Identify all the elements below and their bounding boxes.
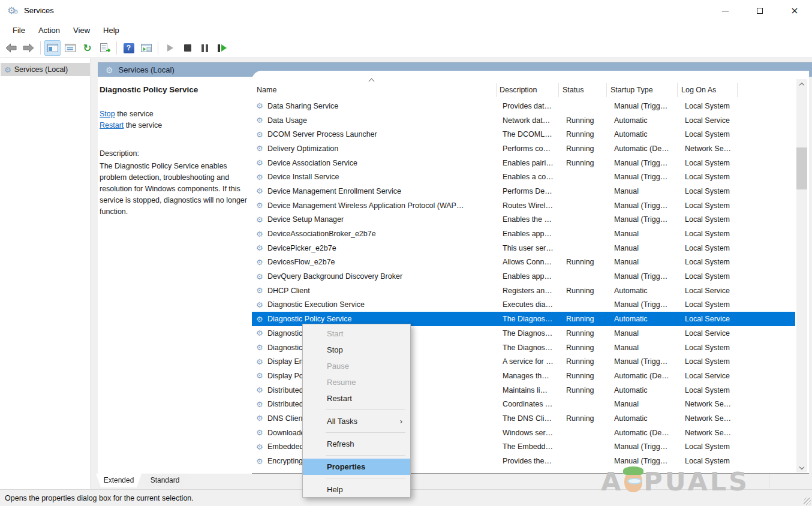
cell-startup: Manual — [610, 187, 681, 195]
chevron-down-icon — [799, 464, 804, 469]
menu-item-start[interactable]: Start — [303, 326, 410, 342]
table-row[interactable]: ⚙Data Sharing ServiceProvides dat…Manual… — [252, 99, 795, 113]
cell-startup: Manual (Trigg… — [610, 173, 681, 181]
menu-item-help[interactable]: Help — [303, 481, 410, 498]
show-console-tree-button[interactable] — [44, 40, 61, 56]
export-list-button[interactable] — [97, 40, 113, 56]
forward-button[interactable] — [20, 40, 37, 56]
cell-desc: The Diagnos… — [500, 344, 563, 352]
tab-standard[interactable]: Standard — [142, 474, 188, 487]
back-button[interactable] — [3, 40, 19, 56]
service-gear-icon: ⚙ — [256, 216, 266, 224]
menu-view[interactable]: View — [67, 23, 97, 37]
table-row[interactable]: ⚙Device Association ServiceEnables pairi… — [252, 156, 795, 170]
maximize-button[interactable] — [742, 0, 777, 22]
stop-icon — [184, 44, 191, 52]
scrollbar-thumb[interactable] — [796, 147, 807, 189]
cell-desc: Enables app… — [500, 230, 563, 238]
restart-service-link[interactable]: Restart — [100, 121, 124, 129]
cell-status: Running — [563, 315, 610, 323]
column-header-status[interactable]: Status — [559, 83, 607, 97]
table-row[interactable]: ⚙Device Management Wireless Application … — [252, 198, 795, 213]
cell-name: Device Association Service — [267, 159, 500, 167]
table-row[interactable]: ⚙Device Install ServiceEnables a co…Manu… — [252, 170, 795, 184]
cell-desc: Network dat… — [500, 116, 563, 125]
table-row[interactable]: ⚙Device Setup ManagerEnables the …Manual… — [252, 213, 795, 227]
vertical-scrollbar[interactable] — [796, 79, 807, 472]
service-gear-icon: ⚙ — [256, 429, 266, 436]
cell-name: DHCP Client — [267, 287, 500, 295]
tree-item-services-local[interactable]: ⚙ Services (Local) — [1, 63, 90, 76]
scroll-down-button[interactable] — [796, 463, 807, 472]
refresh-button[interactable]: ↻ — [79, 40, 95, 56]
pause-service-button[interactable] — [197, 40, 213, 56]
column-header-description[interactable]: Description — [497, 83, 559, 97]
submenu-arrow-icon: › — [400, 413, 402, 429]
help-button[interactable]: ? — [121, 40, 137, 56]
table-row[interactable]: ⚙DHCP ClientRegisters an…RunningAutomati… — [252, 284, 795, 298]
cell-startup: Manual (Trigg… — [610, 357, 681, 366]
cell-logon: Local Service — [681, 315, 747, 323]
menu-item-resume[interactable]: Resume — [303, 374, 410, 390]
column-header-startup-type[interactable]: Startup Type — [607, 83, 678, 97]
menu-item-all-tasks[interactable]: All Tasks› — [303, 413, 410, 429]
properties-button[interactable] — [62, 40, 78, 56]
restart-service-button[interactable] — [214, 40, 230, 56]
cell-name: DevicePicker_e2b7e — [267, 244, 500, 252]
cell-name: Device Management Wireless Application P… — [267, 201, 500, 210]
menu-item-restart[interactable]: Restart — [303, 390, 410, 406]
cell-logon: Local System — [681, 272, 747, 281]
stop-service-button[interactable] — [179, 40, 196, 56]
close-icon: × — [790, 6, 798, 16]
cell-logon: Local Service — [681, 116, 747, 125]
cell-logon: Local System — [681, 258, 747, 266]
menu-action[interactable]: Action — [32, 23, 67, 37]
start-icon — [167, 44, 173, 52]
close-button[interactable]: × — [777, 0, 812, 22]
cell-logon: Local Service — [681, 287, 747, 295]
scroll-up-button[interactable] — [796, 79, 807, 89]
cell-desc: Performs De… — [500, 187, 563, 195]
table-row[interactable]: ⚙Diagnostic Execution ServiceExecutes di… — [252, 298, 795, 312]
table-row[interactable]: ⚙DCOM Server Process LauncherThe DCOML…R… — [252, 127, 795, 141]
menu-item-properties[interactable]: Properties — [303, 459, 410, 475]
start-service-button[interactable] — [162, 40, 178, 56]
extended-detail-panel: Diagnostic Policy Service Stop the servi… — [98, 77, 252, 474]
tab-extended[interactable]: Extended — [96, 474, 142, 487]
cell-status: Running — [563, 287, 610, 295]
column-header-log-on-as[interactable]: Log On As — [678, 83, 738, 97]
cell-name: Device Install Service — [267, 173, 500, 181]
menu-item-stop[interactable]: Stop — [303, 342, 410, 358]
service-gear-icon: ⚙ — [256, 386, 266, 394]
cell-startup: Manual — [610, 329, 681, 338]
resize-grip[interactable] — [804, 498, 811, 505]
menu-help[interactable]: Help — [97, 23, 126, 37]
column-header-name[interactable]: Name — [252, 83, 497, 97]
stop-service-link[interactable]: Stop — [100, 110, 115, 118]
minimize-icon — [722, 11, 729, 11]
menu-item-refresh[interactable]: Refresh — [303, 436, 410, 452]
cell-status: Running — [563, 258, 610, 266]
table-row[interactable]: ⚙DevicesFlow_e2b7eAllows Conn…RunningMan… — [252, 255, 795, 270]
cell-name: Device Setup Manager — [267, 215, 500, 224]
table-row[interactable]: ⚙DevicePicker_e2b7eThis user ser…ManualL… — [252, 241, 795, 255]
table-row[interactable]: ⚙Data UsageNetwork dat…RunningAutomaticL… — [252, 113, 795, 128]
cell-startup: Manual (Trigg… — [610, 215, 681, 224]
menu-separator — [326, 455, 405, 456]
cell-startup: Manual — [610, 230, 681, 238]
show-action-pane-button[interactable] — [138, 40, 154, 56]
table-row[interactable]: ⚙Delivery OptimizationPerforms co…Runnin… — [252, 141, 795, 156]
menu-file[interactable]: File — [6, 23, 32, 37]
table-row[interactable]: ⚙DevQuery Background Discovery BrokerEna… — [252, 269, 795, 284]
cell-desc: This user ser… — [500, 244, 563, 252]
minimize-button[interactable] — [708, 0, 742, 22]
cell-status: Running — [563, 372, 610, 380]
context-menu: StartStopPauseResumeRestartAll Tasks›Ref… — [302, 324, 411, 498]
cell-desc: Performs co… — [500, 144, 563, 153]
cell-desc: Maintains li… — [500, 386, 563, 394]
menu-item-pause[interactable]: Pause — [303, 358, 410, 374]
service-gear-icon: ⚙ — [256, 457, 266, 465]
table-row[interactable]: ⚙Device Management Enrollment ServicePer… — [252, 184, 795, 198]
table-row[interactable]: ⚙DeviceAssociationBroker_e2b7eEnables ap… — [252, 227, 795, 241]
window-title: Services — [24, 0, 54, 22]
